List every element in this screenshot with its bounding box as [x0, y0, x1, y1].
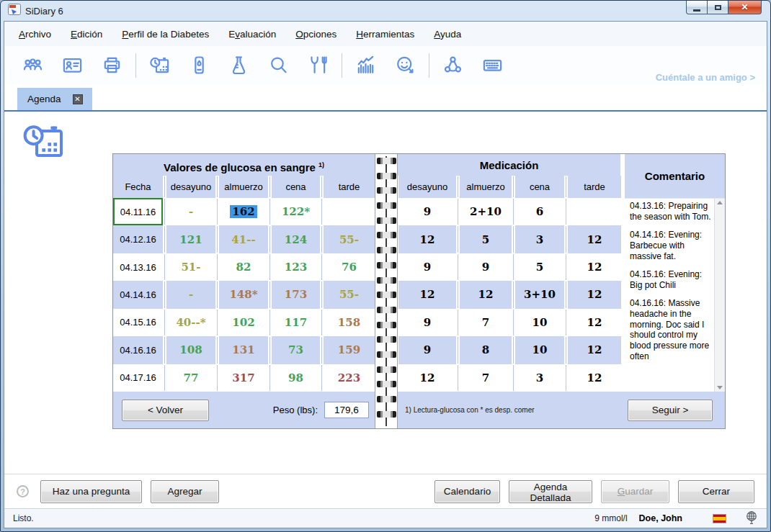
date-cell[interactable]: 04.16.16 [113, 336, 163, 364]
group-icon[interactable] [13, 54, 53, 76]
menu-herramientas[interactable]: Herramientas [356, 29, 414, 40]
glucose-cell[interactable]: 82 [219, 253, 268, 281]
glucose-cell[interactable]: 223 [324, 364, 375, 392]
maximize-button[interactable] [708, 1, 728, 14]
close-window-button[interactable]: ✕ [728, 1, 762, 14]
print-icon[interactable] [92, 54, 132, 76]
date-cell[interactable]: 04.17.16 [113, 364, 163, 392]
weight-input[interactable] [324, 402, 369, 418]
add-button[interactable]: Agregar [151, 480, 219, 503]
medication-cell[interactable]: 12 [568, 281, 621, 308]
menu-archivo[interactable]: Archivo [19, 29, 51, 40]
medication-cell[interactable]: 12 [568, 364, 621, 392]
scroll-down-icon[interactable] [717, 386, 723, 389]
scroll-up-icon[interactable] [717, 201, 723, 204]
glucose-cell[interactable]: 108 [166, 336, 215, 364]
glucose-cell[interactable]: - [166, 281, 215, 308]
medication-cell[interactable]: 5 [515, 253, 564, 281]
medication-cell[interactable]: 10 [515, 336, 564, 364]
medication-cell[interactable]: 3+10 [515, 281, 564, 308]
medication-cell[interactable]: 9 [398, 309, 456, 336]
next-button[interactable]: Seguir > [628, 400, 713, 421]
share-icon[interactable] [433, 54, 473, 76]
tell-a-friend-link[interactable]: Cuéntale a un amigo > [656, 72, 755, 83]
glucose-cell[interactable]: 77 [166, 364, 215, 392]
comment-text[interactable]: 04.13.16: Prepairing the season with Tom… [625, 199, 714, 392]
glucose-cell[interactable]: 51- [166, 253, 215, 281]
medication-cell[interactable]: 2+10 [460, 198, 512, 225]
medication-cell[interactable]: 3 [515, 364, 564, 392]
help-bubble-icon[interactable]: ? [17, 485, 29, 497]
tab-agenda[interactable]: Agenda ✕ [17, 88, 92, 110]
glucose-cell[interactable]: 40--* [166, 309, 215, 336]
glucose-cell[interactable]: 148* [219, 281, 268, 308]
date-cell[interactable]: 04.14.16 [113, 281, 163, 308]
back-button[interactable]: < Volver [122, 400, 209, 421]
glucose-cell[interactable]: 159 [324, 336, 375, 364]
medication-cell[interactable]: 12 [568, 309, 621, 336]
menu-evaluacion[interactable]: Evaluación [228, 29, 276, 40]
close-button[interactable]: Cerrar [678, 480, 754, 503]
glucose-cell[interactable]: 55- [324, 281, 375, 308]
glucose-cell[interactable]: 55- [324, 225, 375, 253]
menu-perfil-diabetes[interactable]: Perfil de la Diabetes [122, 29, 209, 40]
patient-data-icon[interactable] [53, 54, 92, 76]
save-button[interactable]: Guardar [601, 480, 669, 503]
tab-close-icon[interactable]: ✕ [73, 94, 83, 104]
medication-cell[interactable]: 7 [460, 364, 512, 392]
glucose-cell[interactable]: 162 [219, 198, 268, 225]
diary-icon[interactable] [140, 54, 179, 76]
medication-cell[interactable]: 12 [398, 225, 456, 253]
menu-opciones[interactable]: Opciones [295, 29, 337, 40]
glucose-cell[interactable]: 102 [219, 309, 268, 336]
medication-cell[interactable] [568, 198, 621, 225]
medication-cell[interactable]: 6 [515, 198, 564, 225]
menu-ayuda[interactable]: Ayuda [434, 29, 461, 40]
glucose-cell[interactable]: 124 [272, 225, 320, 253]
statistics-icon[interactable] [346, 54, 386, 76]
device-import-icon[interactable] [179, 54, 219, 76]
glucose-cell[interactable]: 122* [272, 198, 320, 225]
glucose-cell[interactable]: 131 [219, 336, 268, 364]
nutrition-icon[interactable] [298, 54, 338, 76]
glucose-cell[interactable]: - [166, 198, 215, 225]
ask-question-button[interactable]: Haz una pregunta [40, 480, 142, 503]
glucose-cell[interactable] [324, 198, 375, 225]
detailed-agenda-button[interactable]: Agenda Detallada [509, 480, 592, 503]
search-icon[interactable] [259, 54, 298, 76]
medication-cell[interactable]: 12 [398, 281, 456, 308]
comment-box[interactable]: 04.13.16: Prepairing the season with Tom… [625, 198, 725, 392]
glucose-cell[interactable]: 73 [272, 336, 320, 364]
laboratory-icon[interactable] [219, 54, 259, 76]
medication-cell[interactable]: 12 [568, 336, 621, 364]
medication-cell[interactable]: 9 [460, 253, 512, 281]
medication-cell[interactable]: 12 [568, 253, 621, 281]
medication-cell[interactable]: 9 [398, 336, 456, 364]
glucose-cell[interactable]: 76 [324, 253, 375, 281]
date-cell[interactable]: 04.15.16 [113, 309, 163, 336]
date-cell[interactable]: 04.12.16 [113, 225, 163, 253]
medication-cell[interactable]: 10 [515, 309, 564, 336]
glucose-cell[interactable]: 41-- [219, 225, 268, 253]
date-cell[interactable]: 04.11.16 [113, 198, 163, 225]
medication-cell[interactable]: 12 [398, 364, 456, 392]
minimize-button[interactable] [686, 1, 708, 14]
date-cell[interactable]: 04.13.16 [113, 253, 163, 281]
medication-cell[interactable]: 3 [515, 225, 564, 253]
globe-icon[interactable] [745, 510, 758, 527]
wellness-icon[interactable] [386, 54, 425, 76]
glucose-cell[interactable]: 98 [272, 364, 320, 392]
glucose-cell[interactable]: 121 [166, 225, 215, 253]
medication-cell[interactable]: 8 [460, 336, 512, 364]
menu-edicion[interactable]: Edición [71, 29, 102, 40]
medication-cell[interactable]: 12 [568, 225, 621, 253]
title-bar[interactable]: SiDiary 6 ✕ [4, 1, 767, 21]
medication-cell[interactable]: 9 [398, 253, 456, 281]
glucose-cell[interactable]: 158 [324, 309, 375, 336]
medication-cell[interactable]: 5 [460, 225, 512, 253]
glucose-cell[interactable]: 123 [272, 253, 320, 281]
medication-cell[interactable]: 9 [398, 198, 456, 225]
calendar-button[interactable]: Calendario [434, 480, 500, 503]
comment-scrollbar[interactable] [714, 199, 725, 392]
medication-cell[interactable]: 12 [460, 281, 512, 308]
